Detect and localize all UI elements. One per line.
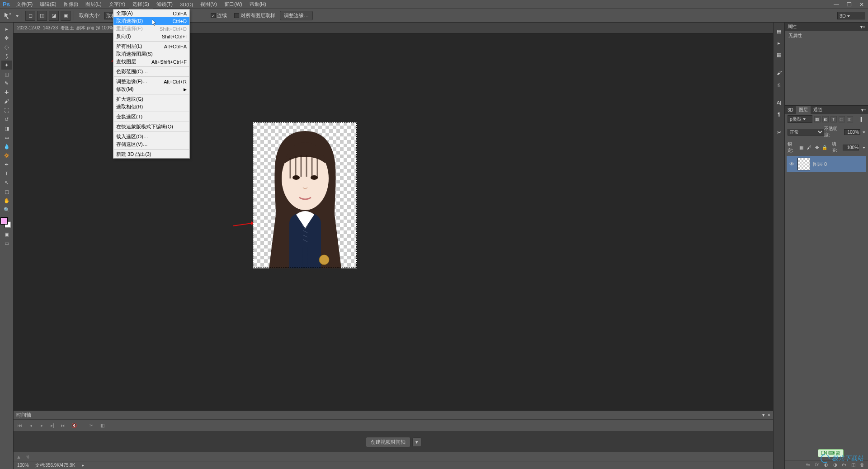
menu-type[interactable]: 文字(Y): [105, 0, 129, 9]
tl-last-frame-icon[interactable]: ⏭: [60, 422, 67, 429]
layer-fx-icon[interactable]: fx: [814, 462, 820, 468]
menu-refine-edge[interactable]: 调整边缘(F)…Alt+Ctrl+R: [113, 78, 189, 85]
select-new-icon[interactable]: ◻: [25, 11, 35, 21]
properties-panel-header[interactable]: 属性 ▾≡: [785, 23, 868, 31]
menu-load-selection[interactable]: 载入选区(O)…: [113, 133, 189, 141]
tl-audio-icon[interactable]: 🔇: [71, 422, 78, 429]
layer-visibility-icon[interactable]: 👁: [788, 161, 795, 167]
menu-3d[interactable]: 3D(D): [176, 0, 197, 9]
tool-preset-dropdown[interactable]: [14, 13, 19, 19]
document-canvas[interactable]: [253, 122, 357, 268]
gradient-tool[interactable]: ▭: [1, 133, 12, 142]
healing-brush-tool[interactable]: ✚: [1, 88, 12, 97]
document-info[interactable]: 文档:356.9K/475.9K: [35, 462, 75, 469]
panel-collapse-icon[interactable]: ▾: [762, 412, 765, 418]
brush-tool[interactable]: 🖌: [1, 97, 12, 106]
lock-position-icon[interactable]: ✥: [814, 144, 820, 150]
select-subtract-icon[interactable]: ◪: [49, 11, 59, 21]
swatches-panel-icon[interactable]: ▦: [774, 50, 784, 60]
tl-transition-icon[interactable]: ◧: [99, 422, 106, 429]
lock-transparency-icon[interactable]: ▦: [799, 144, 804, 150]
menu-new-3d-extrusion[interactable]: 新建 3D 凸出(3): [113, 150, 189, 158]
menu-filter[interactable]: 滤镜(T): [153, 0, 176, 9]
tl-play-icon[interactable]: ▸: [38, 422, 45, 429]
filter-pixel-icon[interactable]: ▦: [814, 116, 821, 122]
create-timeline-dropdown[interactable]: ▾: [412, 437, 421, 447]
layer-filter-type[interactable]: ρ类型: [788, 115, 812, 123]
lock-all-icon[interactable]: 🔒: [822, 144, 827, 150]
history-brush-tool[interactable]: ↺: [1, 115, 12, 124]
refine-edge-button[interactable]: 调整边缘…: [280, 11, 313, 20]
eyedropper-tool[interactable]: ✎: [1, 79, 12, 88]
stamp-tool[interactable]: ⛶: [1, 106, 12, 115]
blend-mode-select[interactable]: 正常: [788, 129, 824, 136]
filter-adjust-icon[interactable]: ◐: [822, 116, 829, 122]
menu-save-selection[interactable]: 存储选区(V)…: [113, 141, 189, 148]
menu-color-range[interactable]: 色彩范围(C)…: [113, 68, 189, 75]
menu-image[interactable]: 图像(I): [60, 0, 82, 9]
tl-next-frame-icon[interactable]: ▸|: [49, 422, 56, 429]
filter-smart-icon[interactable]: ◫: [847, 116, 853, 122]
brush-panel-icon[interactable]: 🖌: [774, 68, 784, 78]
tl-split-icon[interactable]: ✂: [88, 422, 95, 429]
menu-file[interactable]: 文件(F): [13, 0, 36, 9]
menu-grow[interactable]: 扩大选取(G): [113, 95, 189, 103]
render-mode-select[interactable]: 3D: [837, 12, 865, 19]
fill-slider-icon[interactable]: [861, 145, 865, 150]
menu-reselect[interactable]: 重新选择(E)Shift+Ctrl+D: [113, 25, 189, 33]
path-selection-tool[interactable]: ↖: [1, 178, 12, 187]
menu-select-all[interactable]: 全部(A)Ctrl+A: [113, 9, 189, 17]
zoom-tool[interactable]: 🔍: [1, 205, 12, 214]
fill-input[interactable]: [843, 145, 859, 150]
panel-close-icon[interactable]: ×: [768, 412, 770, 418]
filter-type-icon[interactable]: T: [830, 116, 837, 122]
select-add-icon[interactable]: ◫: [37, 11, 47, 21]
eraser-tool[interactable]: ◨: [1, 124, 12, 133]
paragraph-panel-icon[interactable]: ¶: [774, 109, 784, 119]
character-panel-icon[interactable]: A|: [774, 98, 784, 108]
menu-view[interactable]: 视图(V): [197, 0, 221, 9]
menu-similar[interactable]: 选取相似(R): [113, 103, 189, 111]
opacity-input[interactable]: [844, 129, 860, 135]
collapse-icon[interactable]: ▸: [1, 24, 12, 33]
menu-deselect[interactable]: 取消选择(D)Ctrl+D: [113, 17, 189, 25]
menu-help[interactable]: 帮助(H): [246, 0, 270, 9]
dodge-tool[interactable]: 🔅: [1, 151, 12, 160]
color-swatches[interactable]: [0, 218, 13, 230]
tab-channels[interactable]: 通道: [811, 106, 825, 114]
tab-layers[interactable]: 图层: [796, 106, 811, 114]
window-close[interactable]: ✕: [855, 0, 868, 9]
marquee-tool[interactable]: ◌: [1, 42, 12, 52]
menu-find-layers[interactable]: 查找图层Alt+Shift+Ctrl+F: [113, 58, 189, 66]
link-layers-icon[interactable]: ⇆: [805, 462, 811, 468]
magic-wand-tool[interactable]: ✦: [1, 61, 12, 70]
foreground-color-swatch[interactable]: [1, 218, 7, 224]
menu-window[interactable]: 窗口(W): [221, 0, 246, 9]
move-tool[interactable]: ✥: [1, 33, 12, 42]
actions-panel-icon[interactable]: ▸: [774, 38, 784, 48]
create-video-timeline-button[interactable]: 创建视频时间轴: [366, 437, 410, 447]
layer-thumbnail[interactable]: [797, 158, 810, 170]
lasso-tool[interactable]: ⟆: [1, 52, 12, 61]
menu-deselect-layers[interactable]: 取消选择图层(S): [113, 50, 189, 58]
filter-shape-icon[interactable]: ▢: [839, 116, 845, 122]
menu-edit[interactable]: 编辑(E): [36, 0, 60, 9]
status-arrow-icon[interactable]: ▸: [82, 463, 84, 468]
type-tool[interactable]: T: [1, 169, 12, 178]
filter-toggle-icon[interactable]: ▌: [859, 116, 865, 122]
hand-tool[interactable]: ✋: [1, 196, 12, 205]
brush-presets-icon[interactable]: ⎌: [774, 80, 784, 89]
history-panel-icon[interactable]: ▤: [774, 26, 784, 36]
lock-pixels-icon[interactable]: 🖌: [807, 144, 812, 150]
zoom-level[interactable]: 100%: [17, 463, 29, 468]
all-layers-checkbox[interactable]: 对所有图层取样: [234, 12, 275, 19]
menu-all-layers[interactable]: 所有图层(L)Alt+Ctrl+A: [113, 42, 189, 50]
tl-prev-frame-icon[interactable]: ◂: [27, 422, 34, 429]
panel-menu-icon[interactable]: ▾≡: [860, 24, 865, 29]
shape-tool[interactable]: ▢: [1, 187, 12, 196]
menu-quick-mask[interactable]: 在快速蒙版模式下编辑(Q): [113, 123, 189, 131]
layer-name[interactable]: 图层 0: [813, 161, 827, 168]
select-intersect-icon[interactable]: ▣: [61, 11, 71, 21]
continuous-checkbox[interactable]: ✓ 连续: [211, 12, 227, 19]
panel-menu-icon[interactable]: ▾≡: [859, 108, 868, 113]
